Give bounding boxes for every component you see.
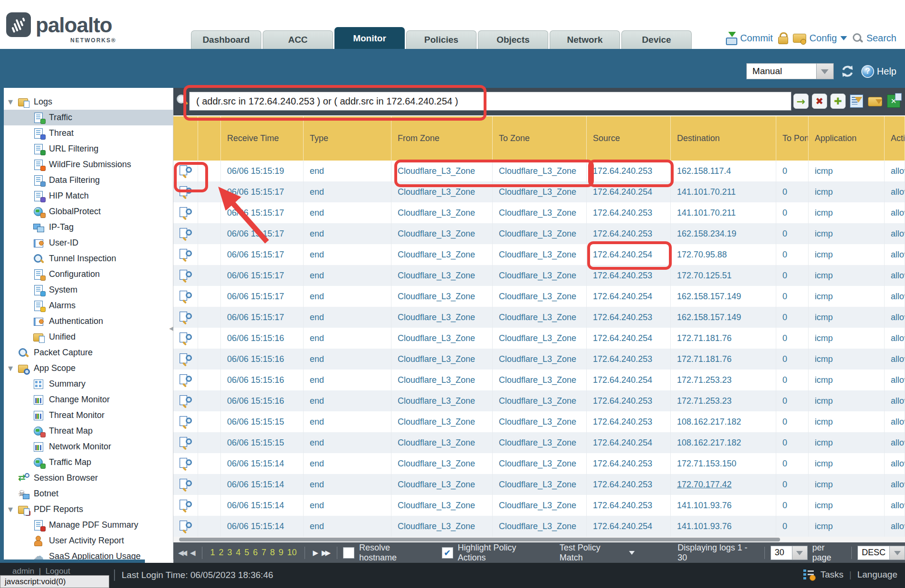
cell-application[interactable]: icmp bbox=[815, 250, 833, 260]
sidebar-item-traffic-map[interactable]: Traffic Map bbox=[4, 455, 173, 470]
cell-to_zone[interactable]: Cloudflare_L3_Zone bbox=[499, 438, 576, 448]
cell-to_zone[interactable]: Cloudflare_L3_Zone bbox=[499, 417, 576, 427]
sidebar-item-saas-application-usage[interactable]: SaaS Application Usage bbox=[4, 549, 173, 560]
cell[interactable] bbox=[173, 202, 198, 223]
cell-type[interactable]: end bbox=[310, 417, 324, 427]
cell-to_port[interactable]: 0 bbox=[782, 208, 787, 218]
last-page-icon[interactable]: ▶▶ bbox=[322, 549, 329, 557]
page-number-5[interactable]: 5 bbox=[244, 548, 249, 558]
sidebar-item-botnet[interactable]: Botnet bbox=[4, 486, 173, 502]
cell-receive_time[interactable]: 06/06 15:15:15 bbox=[227, 438, 284, 448]
cell-application[interactable]: icmp bbox=[815, 229, 833, 239]
column-header-from-zone[interactable]: From Zone bbox=[391, 116, 493, 161]
cell-from_zone[interactable]: Cloudflare_L3_Zone bbox=[398, 501, 475, 511]
per-page-select[interactable]: 30 bbox=[771, 546, 808, 560]
log-detail-icon[interactable] bbox=[180, 353, 192, 365]
cell-receive_time[interactable]: 06/06 15:15:14 bbox=[227, 522, 284, 531]
scrollbar-thumb[interactable] bbox=[179, 538, 780, 541]
log-detail-icon[interactable] bbox=[180, 458, 192, 469]
cell-application[interactable]: icmp bbox=[815, 480, 833, 490]
test-policy-match-button[interactable]: Test Policy Match bbox=[560, 543, 635, 563]
page-number-4[interactable]: 4 bbox=[236, 548, 240, 558]
cell-action[interactable]: allow bbox=[891, 271, 905, 281]
cell-source[interactable]: 172.64.240.254 bbox=[593, 438, 652, 448]
log-row[interactable]: 06/06 15:15:19endCloudflare_L3_ZoneCloud… bbox=[173, 161, 905, 181]
cell-to_port[interactable]: 0 bbox=[782, 522, 787, 531]
log-detail-icon[interactable] bbox=[180, 374, 192, 386]
sort-order-dropdown-button[interactable] bbox=[890, 546, 905, 560]
sidebar-item-configuration[interactable]: Configuration bbox=[4, 266, 173, 282]
refresh-mode-select[interactable]: Manual bbox=[746, 63, 834, 79]
user-label[interactable]: admin bbox=[12, 567, 34, 576]
tree-expander-icon[interactable]: ▼ bbox=[8, 506, 13, 513]
cell-type[interactable]: end bbox=[310, 501, 324, 511]
cell-application[interactable]: icmp bbox=[815, 522, 833, 531]
cell-receive_time[interactable]: 06/06 15:15:17 bbox=[227, 250, 284, 260]
cell-action[interactable]: allow bbox=[891, 208, 905, 218]
tasks-button[interactable]: Tasks bbox=[820, 569, 844, 580]
cell-action[interactable]: allow bbox=[891, 375, 905, 385]
sidebar-item-network-monitor[interactable]: Network Monitor bbox=[4, 439, 173, 455]
log-detail-icon[interactable] bbox=[180, 395, 192, 407]
tab-policies[interactable]: Policies bbox=[406, 30, 476, 49]
cell-receive_time[interactable]: 06/06 15:15:17 bbox=[227, 313, 284, 322]
cell-application[interactable]: icmp bbox=[815, 292, 833, 302]
cell-from_zone[interactable]: Cloudflare_L3_Zone bbox=[398, 459, 475, 469]
page-number-3[interactable]: 3 bbox=[227, 548, 232, 558]
cell-action[interactable]: allow bbox=[891, 417, 905, 427]
sidebar-item-session-browser[interactable]: Session Browser bbox=[4, 470, 173, 486]
sidebar-item-threat-map[interactable]: Threat Map bbox=[4, 423, 173, 439]
cell-type[interactable]: end bbox=[310, 459, 324, 469]
log-row[interactable]: 06/06 15:15:17endCloudflare_L3_ZoneCloud… bbox=[173, 286, 905, 307]
cell[interactable] bbox=[173, 411, 198, 432]
cell-from_zone[interactable]: Cloudflare_L3_Zone bbox=[398, 438, 475, 448]
cell-type[interactable]: end bbox=[310, 250, 324, 260]
cell[interactable] bbox=[173, 516, 198, 537]
log-row[interactable]: 06/06 15:15:17endCloudflare_L3_ZoneCloud… bbox=[173, 223, 905, 244]
cell-to_zone[interactable]: Cloudflare_L3_Zone bbox=[499, 313, 576, 322]
cell-type[interactable]: end bbox=[310, 187, 324, 197]
cell-receive_time[interactable]: 06/06 15:15:16 bbox=[227, 375, 284, 385]
next-page-icon[interactable]: ▶ bbox=[313, 549, 317, 557]
cell-source[interactable]: 172.64.240.253 bbox=[593, 417, 652, 427]
cell[interactable] bbox=[173, 432, 198, 453]
cell-to_port[interactable]: 0 bbox=[782, 354, 787, 364]
log-detail-icon[interactable] bbox=[180, 437, 192, 448]
tab-acc[interactable]: ACC bbox=[263, 30, 333, 49]
tab-dashboard[interactable]: Dashboard bbox=[191, 30, 261, 49]
cell-from_zone[interactable]: Cloudflare_L3_Zone bbox=[398, 354, 475, 364]
log-row[interactable]: 06/06 15:15:17endCloudflare_L3_ZoneCloud… bbox=[173, 307, 905, 328]
column-header-application[interactable]: Application bbox=[809, 116, 885, 161]
cell[interactable] bbox=[173, 244, 198, 265]
sort-order-select[interactable]: DESC bbox=[857, 546, 905, 560]
cell-to_port[interactable]: 0 bbox=[782, 375, 787, 385]
cell-type[interactable]: end bbox=[310, 333, 324, 343]
cell-application[interactable]: icmp bbox=[815, 396, 833, 406]
cell-source[interactable]: 172.64.240.253 bbox=[593, 459, 652, 469]
cell-to_port[interactable]: 0 bbox=[782, 166, 787, 176]
cell-to_port[interactable]: 0 bbox=[782, 250, 787, 260]
log-detail-icon[interactable] bbox=[180, 270, 192, 281]
cell-action[interactable]: allow bbox=[891, 313, 905, 322]
cell[interactable] bbox=[173, 328, 198, 349]
sidebar-item-url-filtering[interactable]: URL Filtering bbox=[4, 141, 173, 157]
export-csv-icon[interactable]: ✕ bbox=[886, 94, 901, 109]
log-detail-icon[interactable] bbox=[180, 186, 192, 198]
cell-from_zone[interactable]: Cloudflare_L3_Zone bbox=[398, 375, 475, 385]
cell-to_zone[interactable]: Cloudflare_L3_Zone bbox=[499, 250, 576, 260]
cell-type[interactable]: end bbox=[310, 375, 324, 385]
log-detail-icon[interactable] bbox=[180, 291, 192, 302]
logout-link[interactable]: Logout bbox=[46, 567, 70, 576]
sidebar-item-data-filtering[interactable]: Data Filtering bbox=[4, 172, 173, 188]
sort-order-value[interactable]: DESC bbox=[857, 546, 890, 560]
cell-source[interactable]: 172.64.240.253 bbox=[593, 354, 652, 364]
log-detail-icon[interactable] bbox=[180, 479, 192, 490]
cell-source[interactable]: 172.64.240.253 bbox=[593, 208, 652, 218]
cell-application[interactable]: icmp bbox=[815, 208, 833, 218]
cell-from_zone[interactable]: Cloudflare_L3_Zone bbox=[398, 396, 475, 406]
log-detail-icon[interactable] bbox=[180, 500, 192, 511]
cell-type[interactable]: end bbox=[310, 522, 324, 531]
column-header-to-port[interactable]: To Port bbox=[776, 116, 809, 161]
log-row[interactable]: 06/06 15:15:16endCloudflare_L3_ZoneCloud… bbox=[173, 328, 905, 349]
log-row[interactable]: 06/06 15:15:17endCloudflare_L3_ZoneCloud… bbox=[173, 181, 905, 202]
